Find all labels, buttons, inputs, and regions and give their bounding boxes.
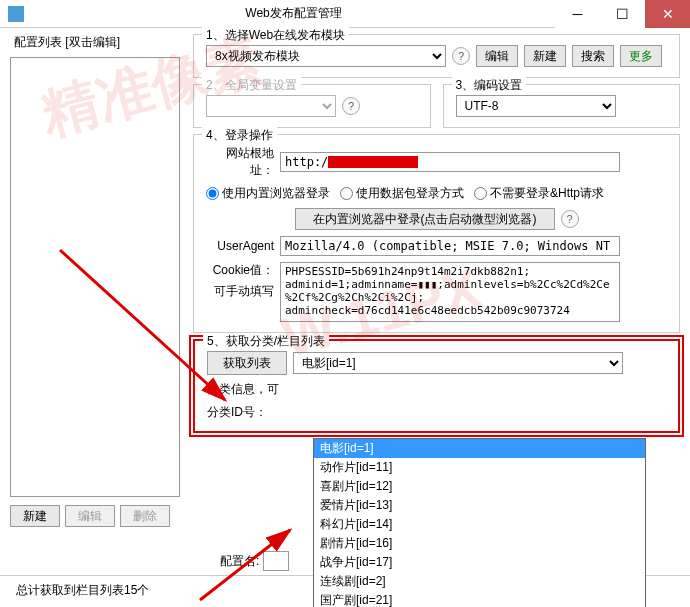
delete-config-button: 删除	[120, 505, 170, 527]
status-text: 总计获取到栏目列表15个	[16, 583, 149, 597]
section-encoding: 3、编码设置 UTF-8	[443, 84, 681, 128]
edit-config-button: 编辑	[65, 505, 115, 527]
manual-label: 可手动填写	[206, 283, 274, 300]
cookie-textarea[interactable]: PHPSESSID=5b691h24np9t14m2i7dkb882n1; ad…	[280, 262, 620, 322]
search-module-button[interactable]: 搜索	[572, 45, 614, 67]
new-config-button[interactable]: 新建	[10, 505, 60, 527]
launch-browser-button[interactable]: 在内置浏览器中登录(点击启动微型浏览器)	[295, 208, 555, 230]
more-module-button[interactable]: 更多	[620, 45, 662, 67]
dropdown-option[interactable]: 剧情片[id=16]	[314, 534, 645, 553]
section3-title: 3、编码设置	[452, 77, 527, 94]
app-icon	[8, 6, 24, 22]
radio-builtin[interactable]: 使用内置浏览器登录	[206, 185, 330, 202]
section-categories: 5、获取分类/栏目列表 获取列表 电影[id=1] 分类信息，可 分类ID号：	[193, 339, 680, 433]
maximize-button[interactable]: ☐	[600, 0, 645, 28]
section-globals: 2、全局变量设置 ?	[193, 84, 431, 128]
dropdown-option[interactable]: 战争片[id=17]	[314, 553, 645, 572]
help-icon[interactable]: ?	[342, 97, 360, 115]
get-list-button[interactable]: 获取列表	[207, 351, 287, 375]
help-icon[interactable]: ?	[452, 47, 470, 65]
radio-none[interactable]: 不需要登录&Http请求	[474, 185, 604, 202]
root-url-label: 网站根地址：	[206, 145, 274, 179]
section4-title: 4、登录操作	[202, 127, 277, 144]
titlebar: Web发布配置管理 ─ ☐ ✕	[0, 0, 690, 28]
section-login: 4、登录操作 网站根地址： http:/ 使用内置浏览器登录 使用数据包登录方式…	[193, 134, 680, 333]
minimize-button[interactable]: ─	[555, 0, 600, 28]
dropdown-option[interactable]: 国产剧[id=21]	[314, 591, 645, 607]
new-module-button[interactable]: 新建	[524, 45, 566, 67]
config-name-input[interactable]	[263, 551, 289, 571]
encoding-select[interactable]: UTF-8	[456, 95, 616, 117]
ua-input[interactable]	[280, 236, 620, 256]
section1-title: 1、选择Web在线发布模块	[202, 27, 349, 44]
section5-title: 5、获取分类/栏目列表	[203, 333, 329, 350]
ua-label: UserAgent	[206, 239, 274, 253]
dropdown-option[interactable]: 喜剧片[id=12]	[314, 477, 645, 496]
dropdown-option[interactable]: 电影[id=1]	[314, 439, 645, 458]
module-select[interactable]: 8x视频发布模块	[206, 45, 446, 67]
dropdown-option[interactable]: 连续剧[id=2]	[314, 572, 645, 591]
dropdown-option[interactable]: 爱情片[id=13]	[314, 496, 645, 515]
radio-packet[interactable]: 使用数据包登录方式	[340, 185, 464, 202]
root-url-input[interactable]: http:/	[280, 152, 620, 172]
dropdown-option[interactable]: 动作片[id=11]	[314, 458, 645, 477]
config-listbox[interactable]	[10, 57, 180, 497]
globals-select	[206, 95, 336, 117]
section-module: 1、选择Web在线发布模块 8x视频发布模块 ? 编辑 新建 搜索 更多	[193, 34, 680, 78]
dropdown-option[interactable]: 科幻片[id=14]	[314, 515, 645, 534]
category-dropdown-open[interactable]: 电影[id=1] 动作片[id=11] 喜剧片[id=12] 爱情片[id=13…	[313, 438, 646, 607]
info-label: 分类信息，可	[207, 381, 279, 398]
help-icon[interactable]: ?	[561, 210, 579, 228]
window-title: Web发布配置管理	[32, 5, 555, 22]
config-list-label: 配置列表 [双击编辑]	[10, 34, 185, 51]
section2-title: 2、全局变量设置	[202, 77, 301, 94]
config-name-label: 配置名:	[220, 553, 259, 570]
category-select[interactable]: 电影[id=1]	[293, 352, 623, 374]
close-button[interactable]: ✕	[645, 0, 690, 28]
cookie-label: Cookie值：	[206, 262, 274, 279]
edit-module-button[interactable]: 编辑	[476, 45, 518, 67]
id-label: 分类ID号：	[207, 404, 267, 421]
